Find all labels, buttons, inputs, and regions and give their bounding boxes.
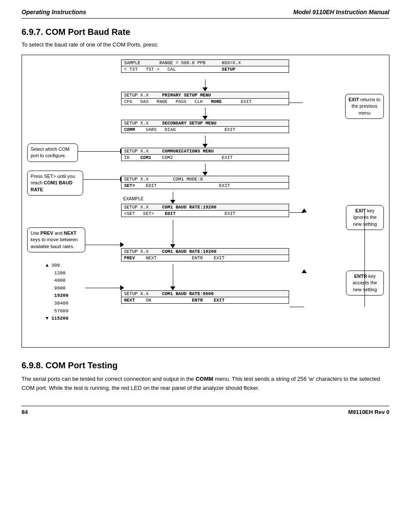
menu-baud-9600-row1: SETUP X.X COM1 BAUD RATE:9600	[121, 291, 289, 297]
menu-baud-prevnext-row2: PREV NEXT ENTR EXIT	[121, 255, 289, 261]
exit-bold: EXIT	[349, 97, 359, 102]
page: Operating Instructions Model 9110EH Inst…	[0, 0, 411, 532]
header-left: Operating Instructions	[22, 9, 86, 16]
callout-prevnext: Use PREV and NEXT keys to move between a…	[27, 227, 85, 252]
menu-sample: SAMPLE RANGE = 500.0 PPB NOX=X.X < TST T…	[121, 59, 289, 73]
menu-baud-prevnext: SETUP X.X COM1 BAUD RATE:19200 PREV NEXT…	[121, 248, 289, 261]
menu-baud-9600-row2: NEXT ON ENTR EXIT	[121, 297, 289, 303]
comm-bold: COMM	[196, 376, 213, 382]
page-footer: 84 M9110EH Rev 0	[22, 406, 389, 415]
callout-entr-key: ENTR key accepts the new setting	[346, 271, 384, 296]
menu-comm: SETUP X.X COMMUNICATIONS MENU ID COM1 CO…	[121, 148, 289, 161]
footer-page-number: 84	[22, 409, 28, 415]
footer-doc-id: M9110EH Rev 0	[348, 409, 389, 415]
menu-primary-row1: SETUP X.X PRIMARY SETUP MENU	[121, 92, 289, 99]
callout-exit-key: EXIT key ignores the new setting	[346, 205, 384, 230]
callout-set: Press SET> until you reach COM1 BAUD RAT…	[27, 171, 83, 196]
menu-com1-mode-row2: SET> EDIT EXIT	[121, 183, 289, 189]
menu-sample-row2: < TST TST > CAL SETUP	[121, 66, 289, 72]
menu-primary-setup: SETUP X.X PRIMARY SETUP MENU CFG DAS RNG…	[121, 92, 289, 105]
page-header: Operating Instructions Model 9110EH Inst…	[22, 9, 389, 19]
example-label: EXAMPLE	[122, 196, 145, 201]
section-698-title: 6.9.8. COM Port Testing	[22, 361, 389, 370]
menu-comm-row2: ID COM1 COM2 EXIT	[121, 155, 289, 161]
menu-secondary-row2: COMM VARS DIAG EXIT	[121, 127, 289, 133]
section-698-body: The serial ports can be tested for corre…	[22, 375, 389, 393]
menu-sample-row1: SAMPLE RANGE = 500.0 PPB NOX=X.X	[121, 60, 289, 66]
callout-exit-primary: EXIT returns to the previous menu	[345, 94, 384, 119]
menu-secondary-setup: SETUP X.X SECONDARY SETUP MENU COMM VARS…	[121, 120, 289, 133]
section-697-title: 6.9.7. COM Port Baud Rate	[22, 27, 389, 37]
menu-baud-edit: SETUP X.X COM1 BAUD RATE:19200 <SET SET>…	[121, 204, 289, 217]
menu-com1-mode: SETUP X.X COM1 MODE:0 SET> EDIT EXIT	[121, 176, 289, 189]
menu-baud-9600: SETUP X.X COM1 BAUD RATE:9600 NEXT ON EN…	[121, 290, 289, 304]
menu-baud-prevnext-row1: SETUP X.X COM1 BAUD RATE:19200	[121, 249, 289, 255]
menu-primary-row2: CFG DAS RNGE PASS CLK MORE EXIT	[121, 99, 289, 105]
menu-com1-mode-row1: SETUP X.X COM1 MODE:0	[121, 176, 289, 183]
baud-rate-list: ▲ 300 1200 4800 9600 19200 38400 57600 ▼…	[46, 262, 68, 323]
header-right: Model 9110EH Instruction Manual	[293, 9, 389, 16]
diagram-area: SAMPLE RANGE = 500.0 PPB NOX=X.X < TST T…	[22, 55, 389, 348]
callout-select: Select which COM port to configure.	[27, 143, 78, 162]
menu-baud-edit-row2: <SET SET> EDIT EXIT	[121, 211, 289, 217]
menu-comm-row1: SETUP X.X COMMUNICATIONS MENU	[121, 148, 289, 155]
menu-baud-edit-row1: SETUP X.X COM1 BAUD RATE:19200	[121, 204, 289, 211]
menu-secondary-row1: SETUP X.X SECONDARY SETUP MENU	[121, 120, 289, 127]
section-697-intro: To select the baud rate of one of the CO…	[22, 41, 389, 48]
